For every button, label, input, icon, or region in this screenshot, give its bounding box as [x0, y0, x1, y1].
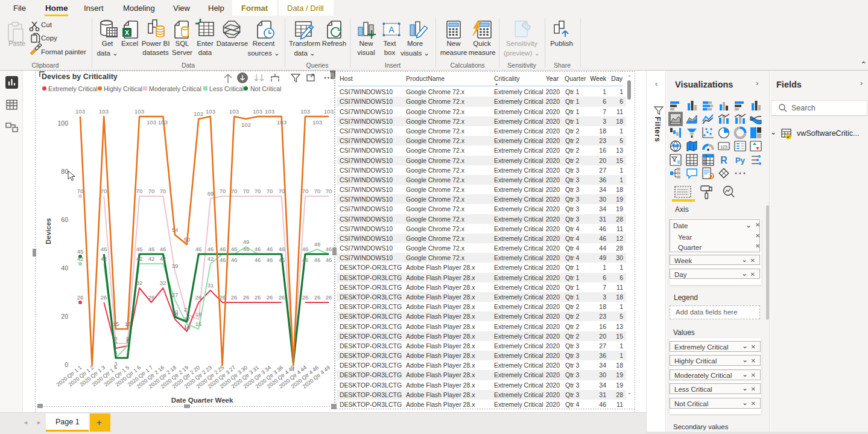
svg-text:123: 123 — [720, 145, 727, 149]
svg-text:R: R — [720, 155, 727, 165]
svg-text:Py: Py — [735, 156, 746, 165]
